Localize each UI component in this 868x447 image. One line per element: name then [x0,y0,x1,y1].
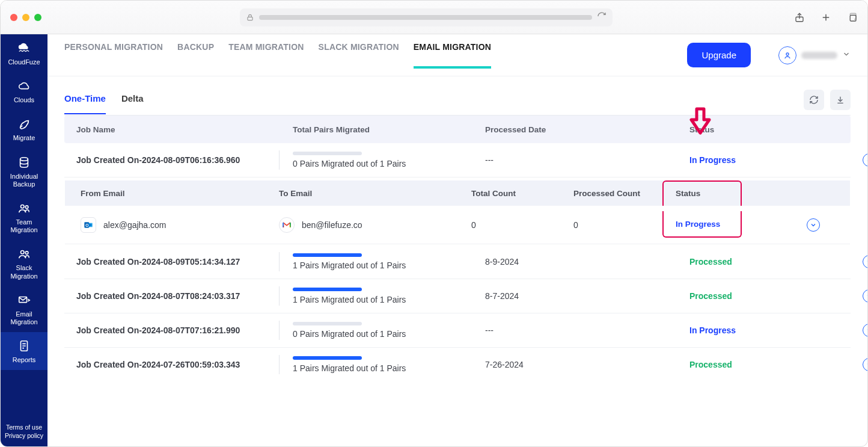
refresh-button[interactable] [804,90,824,110]
from-email-cell: O alex@gajha.com [81,217,279,233]
col-detail-status-highlighted: Status [662,180,742,206]
sidebar-item-reports[interactable]: Reports [1,332,47,370]
reload-icon[interactable] [597,11,607,23]
status-badge: Processed [689,257,816,267]
detail-row: O alex@gajha.com ben@filefuze.co 0 0 [65,206,850,244]
tab-backup[interactable]: BACKUP [177,42,214,69]
brand-logo[interactable]: CloudFuze [1,34,47,72]
table-row: Job Created On-2024-07-26T00:59:03.343 1… [64,348,851,381]
tab-slack-migration[interactable]: SLACK MIGRATION [319,42,399,69]
main-panel: PERSONAL MIGRATION BACKUP TEAM MIGRATION… [47,34,867,446]
gmail-icon [279,217,295,233]
user-name [801,52,837,59]
traffic-lights [10,14,41,21]
sidebar-footer: Terms of use Privacy policy [4,423,44,446]
tab-personal-migration[interactable]: PERSONAL MIGRATION [64,42,163,69]
svg-point-3 [20,157,28,161]
download-button[interactable] [830,90,851,110]
status-badge: In Progress [689,155,816,165]
reports-section: One-Time Delta [47,76,867,116]
brand-label: CloudFuze [1,58,47,66]
download-icon [836,95,845,105]
col-pairs: Total Pairs Migrated [293,125,485,134]
col-total-count: Total Count [471,189,573,198]
chevron-up-icon [866,156,867,164]
table-row: Job Created On-2024-08-09T05:14:34.127 1… [64,245,851,279]
job-name: Job Created On-2024-08-07T07:16:21.990 [76,325,293,335]
chevron-down-icon [866,258,867,265]
svg-point-6 [21,251,25,254]
topbar: PERSONAL MIGRATION BACKUP TEAM MIGRATION… [47,34,867,76]
expand-row-button[interactable] [863,255,867,268]
avatar-icon [778,46,796,64]
sidebar-item-migrate[interactable]: Migrate [1,110,47,148]
detail-processed: 0 [573,220,670,230]
new-tab-icon[interactable] [821,12,831,23]
job-name: Job Created On-2024-08-07T08:24:03.317 [76,291,293,301]
detail-header: From Email To Email Total Count Processe… [65,180,850,206]
maximize-window-button[interactable] [34,14,41,21]
expand-row-button[interactable] [863,358,867,371]
subtab-delta[interactable]: Delta [121,91,144,114]
browser-chrome [1,1,867,34]
progress-bar [293,152,362,155]
jobs-table: Job Name Total Pairs Migrated Processed … [47,116,867,381]
lock-icon [246,13,254,22]
chevron-down-icon [866,361,867,368]
share-icon[interactable] [794,12,805,23]
status-badge: In Progress [689,325,816,335]
table-row: Job Created On-2024-08-07T07:16:21.990 0… [64,313,851,348]
table-header: Job Name Total Pairs Migrated Processed … [64,116,851,143]
app-window: CloudFuze Clouds Migrate Individual Back… [0,0,868,447]
to-email-cell: ben@filefuze.co [279,217,471,233]
url-placeholder [259,15,592,20]
sidebar-item-email-migration[interactable]: Email Migration [1,286,47,332]
col-to-email: To Email [279,189,471,198]
svg-point-7 [25,251,28,254]
processed-date: --- [485,155,689,165]
table-row: Job Created On-2024-08-07T08:24:03.317 1… [64,279,851,313]
minimize-window-button[interactable] [22,14,29,21]
chevron-down-icon [866,292,867,300]
tab-team-migration[interactable]: TEAM MIGRATION [228,42,304,69]
top-nav-tabs: PERSONAL MIGRATION BACKUP TEAM MIGRATION… [64,42,491,69]
sidebar-item-individual-backup[interactable]: Individual Backup [1,149,47,194]
sidebar-item-team-migration[interactable]: Team Migration [1,194,47,240]
user-menu[interactable] [778,46,851,64]
svg-point-4 [21,205,25,208]
terms-link[interactable]: Terms of use [5,423,43,432]
svg-rect-0 [248,17,252,20]
refresh-icon [809,95,819,105]
expand-row-button[interactable] [863,289,867,303]
expand-row-button[interactable] [863,324,867,337]
svg-point-5 [25,206,28,209]
annotation-arrow-icon [688,106,712,138]
subtabs: One-Time Delta [64,90,851,116]
sidebar-item-clouds[interactable]: Clouds [1,72,47,110]
svg-point-10 [786,53,789,55]
collapse-row-button[interactable] [863,153,867,167]
job-name: Job Created On-2024-08-09T05:14:34.127 [76,257,293,267]
subtab-onetime[interactable]: One-Time [64,91,106,114]
job-detail-table: From Email To Email Total Count Processe… [64,180,851,245]
chevron-down-icon [810,221,817,229]
svg-text:O: O [85,223,88,227]
upgrade-button[interactable]: Upgrade [687,43,751,67]
expand-detail-button[interactable] [807,218,820,232]
tabs-icon[interactable] [847,12,858,23]
privacy-link[interactable]: Privacy policy [5,431,43,440]
status-badge: Processed [689,291,816,301]
svg-rect-2 [850,15,856,21]
sidebar-item-slack-migration[interactable]: Slack Migration [1,240,47,286]
sidebar: CloudFuze Clouds Migrate Individual Back… [1,34,47,446]
close-window-button[interactable] [10,14,17,21]
chevron-down-icon [866,327,867,334]
outlook-icon: O [81,217,96,233]
address-bar[interactable] [240,8,613,26]
table-row: Job Created On-2024-08-09T06:16:36.960 0… [64,143,851,177]
tab-email-migration[interactable]: EMAIL MIGRATION [414,42,491,69]
col-date: Processed Date [485,125,689,134]
col-job-name: Job Name [76,125,293,134]
chevron-down-icon [842,50,851,61]
job-name: Job Created On-2024-07-26T00:59:03.343 [76,360,293,369]
